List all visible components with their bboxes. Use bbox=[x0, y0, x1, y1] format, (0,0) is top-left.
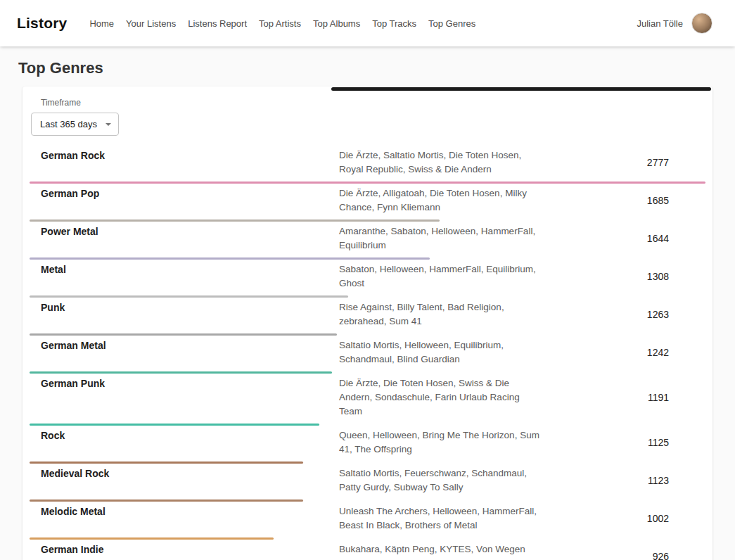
user-menu[interactable]: Julian Tölle bbox=[637, 13, 712, 34]
chevron-down-icon bbox=[106, 123, 111, 126]
nav-links: HomeYour ListensListens ReportTop Artist… bbox=[89, 18, 637, 29]
genre-row: Rock Queen, Helloween, Bring Me The Hori… bbox=[30, 426, 705, 464]
genre-count: 1308 bbox=[543, 271, 705, 282]
genre-name: German Pop bbox=[30, 186, 339, 201]
timeframe-value: Last 365 days bbox=[40, 119, 97, 129]
genre-name: Medieval Rock bbox=[30, 466, 339, 481]
timeframe-select[interactable]: Last 365 days bbox=[31, 113, 119, 136]
genre-artists: Amaranthe, Sabaton, Helloween, HammerFal… bbox=[339, 224, 543, 253]
genre-name: German Metal bbox=[30, 338, 339, 352]
timeframe-label: Timeframe bbox=[41, 98, 707, 108]
genre-count: 1242 bbox=[543, 347, 705, 358]
genre-artists: Rise Against, Billy Talent, Bad Religion… bbox=[339, 300, 543, 329]
genre-name: German Rock bbox=[30, 148, 339, 163]
genre-row: Metal Sabaton, Helloween, HammerFall, Eq… bbox=[30, 260, 705, 298]
genre-count: 1685 bbox=[543, 195, 705, 206]
nav-item-top-tracks[interactable]: Top Tracks bbox=[372, 18, 416, 29]
genre-artists: Die Ärzte, Alligatoah, Die Toten Hosen, … bbox=[339, 186, 543, 215]
page-title: Top Genres bbox=[18, 59, 717, 77]
user-avatar[interactable] bbox=[691, 13, 712, 34]
genre-count: 926 bbox=[543, 551, 705, 560]
app-bar: Listory HomeYour ListensListens ReportTo… bbox=[0, 0, 735, 46]
genre-row: German Indie Bukahara, Käptn Peng, KYTES… bbox=[30, 540, 705, 560]
genre-name: Power Metal bbox=[30, 224, 339, 238]
genre-row: Medieval Rock Saltatio Mortis, Feuerschw… bbox=[30, 464, 705, 502]
genre-artists: Queen, Helloween, Bring Me The Horizon, … bbox=[339, 428, 543, 457]
genre-row: German Pop Die Ärzte, Alligatoah, Die To… bbox=[30, 184, 705, 222]
content-card: Timeframe Last 365 days German Rock Die … bbox=[23, 87, 712, 560]
genre-artists: Unleash The Archers, Helloween, HammerFa… bbox=[339, 504, 543, 533]
genre-count: 1263 bbox=[543, 309, 705, 320]
genre-row: Melodic Metal Unleash The Archers, Hello… bbox=[30, 502, 705, 540]
genre-name: Rock bbox=[30, 428, 339, 443]
genre-count: 1191 bbox=[543, 392, 705, 403]
genre-name: German Punk bbox=[30, 376, 339, 390]
genre-name: Metal bbox=[30, 262, 339, 276]
nav-item-listens-report[interactable]: Listens Report bbox=[188, 18, 247, 29]
nav-item-top-genres[interactable]: Top Genres bbox=[428, 18, 475, 29]
genre-row: German Metal Saltatio Mortis, Helloween,… bbox=[30, 336, 705, 374]
horizontal-scrollbar-thumb[interactable] bbox=[331, 87, 711, 91]
genre-row: Power Metal Amaranthe, Sabaton, Hellowee… bbox=[30, 222, 705, 260]
genre-count: 1123 bbox=[543, 475, 705, 486]
nav-item-your-listens[interactable]: Your Listens bbox=[126, 18, 176, 29]
nav-item-home[interactable]: Home bbox=[89, 18, 114, 29]
genre-name: German Indie bbox=[30, 542, 339, 556]
genre-artists: Die Ärzte, Saltatio Mortis, Die Toten Ho… bbox=[339, 148, 543, 177]
nav-item-top-albums[interactable]: Top Albums bbox=[313, 18, 360, 29]
genre-artists: Die Ärzte, Die Toten Hosen, Swiss & Die … bbox=[339, 376, 543, 419]
genre-artists: Bukahara, Käptn Peng, KYTES, Von Wegen L… bbox=[339, 542, 543, 560]
user-name: Julian Tölle bbox=[637, 18, 683, 29]
genre-count: 1002 bbox=[543, 513, 705, 524]
genre-artists: Saltatio Mortis, Helloween, Equilibrium,… bbox=[339, 338, 543, 367]
genre-count: 1125 bbox=[543, 437, 705, 448]
genre-name: Melodic Metal bbox=[30, 504, 339, 518]
timeframe-control: Timeframe Last 365 days bbox=[30, 94, 712, 137]
genre-row: German Rock Die Ärzte, Saltatio Mortis, … bbox=[30, 146, 705, 184]
genre-name: Punk bbox=[30, 300, 339, 314]
main-content: Top Genres Timeframe Last 365 days Germa… bbox=[0, 59, 735, 560]
genre-count: 2777 bbox=[543, 157, 705, 168]
genre-row: Punk Rise Against, Billy Talent, Bad Rel… bbox=[30, 298, 705, 336]
nav-item-top-artists[interactable]: Top Artists bbox=[259, 18, 301, 29]
genre-artists: Saltatio Mortis, Feuerschwanz, Schandmau… bbox=[339, 466, 543, 495]
genre-row: German Punk Die Ärzte, Die Toten Hosen, … bbox=[30, 374, 705, 426]
genres-table: German Rock Die Ärzte, Saltatio Mortis, … bbox=[30, 146, 712, 560]
genre-count: 1644 bbox=[543, 233, 705, 244]
brand-logo[interactable]: Listory bbox=[17, 15, 67, 32]
genre-artists: Sabaton, Helloween, HammerFall, Equilibr… bbox=[339, 262, 543, 291]
